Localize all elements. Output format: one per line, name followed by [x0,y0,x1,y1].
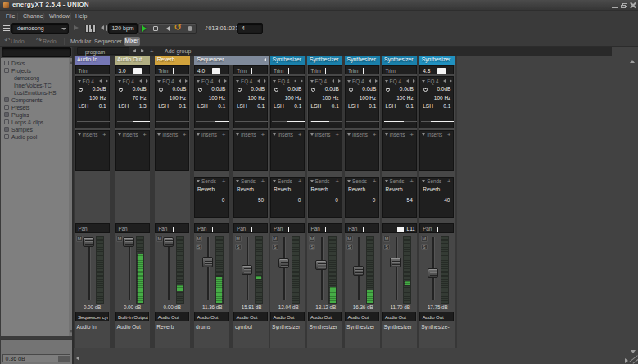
eq-power-icon[interactable] [423,88,428,92]
eq-prev-band-icon[interactable] [369,79,371,83]
menu-item-help[interactable]: Help [73,11,89,20]
mute-button[interactable]: M [76,236,83,242]
channel-header[interactable]: Synthesizer [382,56,417,64]
eq-section[interactable]: EQ 40.0dB100 HzLSH0.1 [345,76,379,128]
eq-band-type[interactable]: LSH [237,103,247,109]
eq-band-type[interactable]: LSH [79,103,89,109]
collapse-icon[interactable] [197,80,200,83]
eq-q-value[interactable]: 0.1 [99,103,106,109]
channel-header[interactable]: Synthesizer [419,56,455,64]
eq-prev-band-icon[interactable] [99,79,102,83]
send-bus-name[interactable]: Reverb [348,186,365,192]
eq-freq-value[interactable]: 100 Hz [434,95,451,101]
tree-item-presets[interactable]: Presets [1,104,69,111]
collapse-icon[interactable] [310,180,314,182]
eq-gain-value[interactable]: 0.0dB [251,86,265,92]
send-bus-name[interactable]: Reverb [423,186,440,192]
eq-freq-value[interactable]: 100 Hz [396,95,414,101]
collapse-icon[interactable] [347,133,351,136]
eq-power-icon[interactable] [311,88,315,92]
add-insert-icon[interactable]: + [335,132,338,138]
eq-q-value[interactable]: 0.1 [179,103,186,109]
eq-next-band-icon[interactable] [338,79,341,83]
add-send-icon[interactable]: + [447,178,450,185]
solo-button[interactable]: S [421,244,428,250]
collapse-icon[interactable] [422,80,425,83]
eq-section[interactable]: EQ 40.0dB100 HzLSH0.1 [194,76,229,128]
mute-button[interactable]: M [272,236,278,242]
eq-power-icon[interactable] [274,88,278,92]
eq-gain-value[interactable]: 0.0dB [133,86,147,92]
eq-gain-value[interactable]: 0.0dB [325,86,339,92]
add-group-button[interactable]: Add group [165,47,191,55]
eq-prev-band-icon[interactable] [218,79,220,83]
eq-freq-value[interactable]: 100 Hz [322,95,339,101]
fader-track[interactable] [396,237,397,300]
fader-handle[interactable] [278,258,290,269]
eq-next-band-icon[interactable] [413,79,415,83]
tree-item-innervoices-tc[interactable]: InnerVoices-TC [1,82,69,89]
trim-control[interactable]: 4.8 [419,65,454,74]
solo-button[interactable]: S [346,244,353,250]
pan-control[interactable]: Pan [194,223,229,233]
eq-prev-band-icon[interactable] [294,79,296,83]
eq-freq-value[interactable]: 100 Hz [170,95,187,101]
eq-gain-value[interactable]: 0.0dB [287,86,301,92]
eq-gain-value[interactable]: 0.0dB [211,86,225,92]
fader-handle[interactable] [83,237,94,248]
collapse-icon[interactable] [385,133,388,136]
program-selector[interactable]: program [77,47,129,55]
pan-control[interactable]: Pan [419,223,454,233]
eq-next-band-icon[interactable] [301,79,303,83]
output-selector[interactable]: Audio Out [419,312,454,321]
collapse-icon[interactable] [157,133,161,136]
collapse-icon[interactable] [347,180,351,182]
preview-play-icon[interactable] [74,25,79,30]
piano-keyboard-icon[interactable] [85,25,96,33]
pan-control[interactable]: Pan [270,223,305,233]
sends-section[interactable]: Sends+Reverb0 [308,177,342,218]
inserts-section[interactable]: Inserts+ [270,130,305,171]
trim-control[interactable]: Trim [233,65,268,74]
send-level-value[interactable]: 54 [407,197,413,203]
fader-handle[interactable] [123,237,134,248]
solo-button[interactable]: S [272,244,278,250]
eq-next-band-icon[interactable] [375,79,378,83]
eq-gain-value[interactable]: 0.0dB [400,86,414,92]
sequencer-group-header[interactable]: Sequencer [194,56,269,64]
program-next-icon[interactable] [141,49,144,52]
send-bus-name[interactable]: Reverb [237,186,254,192]
eq-band-type[interactable]: LSH [386,103,396,109]
mute-button[interactable]: M [116,236,123,242]
collapse-icon[interactable] [197,180,200,182]
output-selector[interactable]: Built-In Output 1 [115,312,150,321]
tab-modular[interactable]: Modular [70,37,91,46]
channel-header[interactable]: Synthesizer [307,56,342,64]
eq-band-type[interactable]: LSH [197,103,208,109]
redo-button[interactable]: Redo [43,37,57,46]
add-insert-icon[interactable]: + [222,132,225,138]
trim-control[interactable]: Trim [155,65,189,74]
output-selector[interactable]: Audio Out [194,312,229,321]
fader-handle[interactable] [202,257,214,267]
maximize-restore-icon[interactable] [621,3,627,9]
eq-band-type[interactable]: LSH [311,103,322,109]
eq-q-value[interactable]: 0.1 [443,103,450,109]
collapse-icon[interactable] [273,180,276,182]
send-bus-name[interactable]: Reverb [197,186,215,192]
bpm-display[interactable]: 120 bpm [108,23,138,34]
collapse-icon[interactable] [385,80,388,83]
loop-button[interactable]: ↺ [174,22,182,34]
pan-control[interactable]: Pan [155,223,189,233]
eq-section[interactable]: EQ 40.0dB100 HzLSH0.1 [270,76,305,128]
eq-gain-value[interactable]: 0.0dB [93,86,106,92]
mute-button[interactable]: M [196,236,202,242]
mute-button[interactable]: M [421,236,428,242]
collapse-icon[interactable] [157,80,161,83]
trim-control[interactable]: Trim [345,65,379,74]
eq-section[interactable]: EQ 40.0dB100 HzLSH0.1 [419,76,454,128]
inserts-section[interactable]: Inserts+ [194,130,229,171]
collapse-icon[interactable] [236,133,239,136]
output-selector[interactable]: Sequencer cym [75,312,110,321]
trim-control[interactable]: Trim [270,65,305,74]
